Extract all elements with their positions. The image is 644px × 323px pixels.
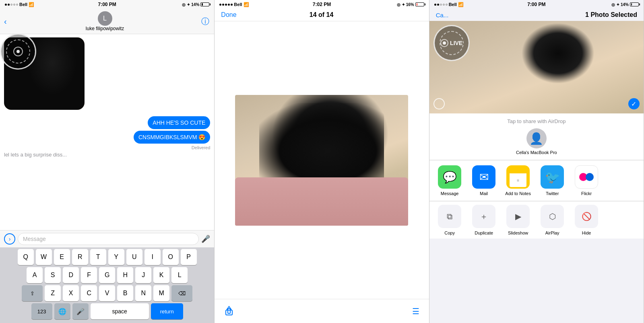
info-button[interactable]: ⓘ: [201, 16, 209, 27]
photo-toolbar: ☰: [215, 299, 429, 323]
key-i[interactable]: I: [144, 249, 161, 265]
signal-dot: [443, 4, 445, 6]
key-c[interactable]: C: [81, 285, 97, 301]
key-n[interactable]: N: [135, 285, 151, 301]
key-v[interactable]: V: [99, 285, 115, 301]
key-z[interactable]: Z: [45, 285, 61, 301]
key-y[interactable]: Y: [108, 249, 124, 265]
key-d[interactable]: D: [63, 267, 79, 283]
key-t[interactable]: T: [90, 249, 106, 265]
keyboard-row-1: Q W E R T Y U I O P: [0, 249, 214, 265]
keyboard: Q W E R T Y U I O P A S D F G H J K L ⇧ …: [0, 247, 214, 323]
share-app-message[interactable]: 💬 Message: [433, 165, 467, 196]
key-mic[interactable]: 🎤: [72, 303, 89, 319]
share-app-twitter[interactable]: 🐦 Twitter: [535, 165, 570, 196]
flickr-icon: [579, 173, 594, 181]
live-circle-inner-share: LIVE: [440, 31, 464, 55]
share-app-notes[interactable]: ≡ Add to Notes: [501, 165, 535, 196]
send-button[interactable]: ›: [4, 233, 15, 245]
key-f[interactable]: F: [81, 267, 97, 283]
key-space[interactable]: space: [91, 303, 149, 319]
share-button[interactable]: [224, 304, 234, 318]
key-b[interactable]: B: [117, 285, 133, 301]
airplay-label: AirPlay: [545, 230, 559, 235]
message-app-label: Message: [441, 191, 459, 196]
signal-dot: [16, 4, 18, 6]
message-area: AHH HE'S SO CUTE CNSMMGIBKSLSMVM 😍 Deliv…: [0, 34, 214, 230]
airdrop-device[interactable]: 👤 Cella's MacBook Pro: [516, 128, 557, 155]
twitter-icon: 🐦: [545, 170, 560, 184]
message-input-bar[interactable]: › Message 🎤: [0, 230, 214, 247]
message-input[interactable]: Message: [18, 233, 199, 245]
svg-rect-1: [226, 310, 232, 315]
key-g[interactable]: G: [99, 267, 115, 283]
done-button[interactable]: Done: [221, 11, 236, 19]
battery-2: 16%: [406, 2, 414, 7]
copy-symbol: ⧉: [447, 212, 452, 221]
key-p[interactable]: P: [181, 249, 197, 265]
battery-icon-3: [630, 2, 639, 6]
action-duplicate[interactable]: ＋ Duplicate: [467, 205, 501, 235]
unselected-circle[interactable]: [433, 98, 445, 109]
live-dot-share: [440, 39, 448, 47]
microphone-button[interactable]: 🎤: [201, 235, 210, 243]
photo-selected-checkmark: ✓: [628, 98, 640, 109]
action-hide[interactable]: 🚫 Hide: [570, 205, 604, 235]
slideshow-symbol: ▶: [515, 212, 521, 221]
signal-dot: [13, 4, 15, 6]
key-w[interactable]: W: [36, 249, 52, 265]
key-l[interactable]: L: [171, 267, 188, 283]
live-label: LIVE: [440, 39, 462, 47]
action-slideshow[interactable]: ▶ Slideshow: [501, 205, 535, 235]
carrier-2: Bell: [234, 2, 242, 7]
status-bar-2: Bell 📶 7:02 PM ◎ ✦ 16%: [215, 0, 429, 9]
signal-dots-1: [5, 4, 18, 6]
photo-message-bubble[interactable]: [4, 37, 85, 113]
key-s[interactable]: S: [45, 267, 61, 283]
share-app-mail[interactable]: ✉ Mail: [467, 165, 501, 196]
signal-dot: [440, 4, 442, 6]
keyboard-row-4: 123 🌐 🎤 space return: [0, 303, 214, 319]
signal-dots-2: [219, 4, 233, 6]
contact-info[interactable]: L luke filipowipowitz: [86, 11, 124, 31]
key-shift[interactable]: ⇧: [22, 285, 43, 301]
mail-app-icon: ✉: [472, 165, 495, 189]
contact-name: luke filipowipowitz: [86, 26, 124, 31]
action-copy[interactable]: ⧉ Copy: [433, 205, 467, 235]
key-j[interactable]: J: [135, 267, 151, 283]
key-e[interactable]: E: [54, 249, 70, 265]
battery-3: 14%: [621, 2, 629, 7]
avatar: L: [98, 11, 112, 26]
flickr-app-icon: [575, 165, 598, 189]
key-o[interactable]: O: [163, 249, 179, 265]
key-k[interactable]: K: [153, 267, 169, 283]
bluetooth-icon-3: ✦: [616, 2, 619, 7]
key-u[interactable]: U: [126, 249, 142, 265]
key-h[interactable]: H: [117, 267, 133, 283]
notes-app-icon: ≡: [506, 165, 530, 189]
live-circle-inner: [6, 39, 30, 64]
key-a[interactable]: A: [27, 267, 43, 283]
key-x[interactable]: X: [63, 285, 79, 301]
message-text-1: AHH HE'S SO CUTE: [153, 119, 205, 126]
back-button[interactable]: ‹: [2, 17, 8, 26]
message-bubble-1: AHH HE'S SO CUTE: [148, 116, 210, 129]
message-input-placeholder: Message: [23, 236, 46, 242]
cat-photo-large[interactable]: [235, 95, 408, 226]
key-return[interactable]: return: [151, 303, 183, 319]
action-airplay[interactable]: ⬡ AirPlay: [535, 205, 570, 235]
key-globe[interactable]: 🌐: [54, 303, 70, 319]
photo-viewer-panel: Bell 📶 7:02 PM ◎ ✦ 16% Done 14 of 14: [215, 0, 429, 323]
share-cancel-button[interactable]: Ca...: [436, 12, 449, 19]
key-delete[interactable]: ⌫: [171, 285, 192, 301]
live-circle-share: LIVE: [433, 25, 470, 61]
key-m[interactable]: M: [153, 285, 169, 301]
key-r[interactable]: R: [72, 249, 88, 265]
list-button[interactable]: ☰: [412, 307, 419, 316]
key-123[interactable]: 123: [31, 303, 52, 319]
keyboard-row-3: ⇧ Z X C V B N M ⌫: [0, 285, 214, 301]
key-q[interactable]: Q: [18, 249, 34, 265]
status-bar-3: Bell 📶 7:00 PM ◎ ✦ 14%: [429, 0, 644, 9]
copy-label: Copy: [444, 230, 455, 235]
share-app-flickr[interactable]: Flickr: [570, 165, 604, 196]
